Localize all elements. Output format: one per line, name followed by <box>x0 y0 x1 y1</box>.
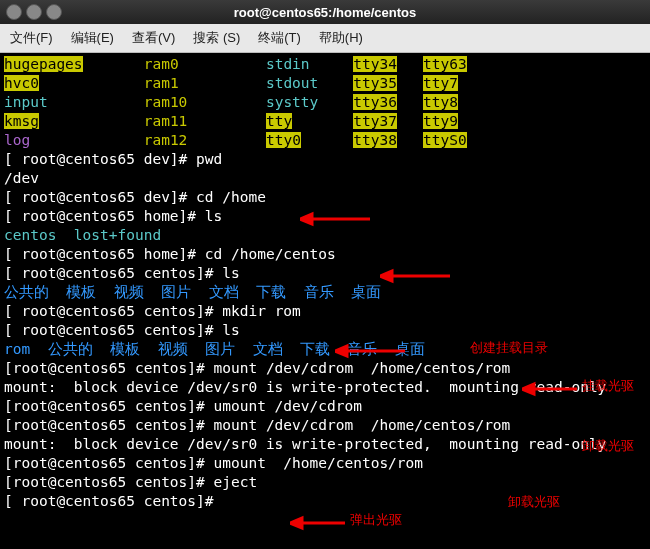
cmd-mount: mount /dev/cdrom /home/centos/rom <box>214 417 511 433</box>
prompt: [ root@centos65 dev]# <box>4 151 196 167</box>
prompt: [root@centos65 centos]# <box>4 474 214 490</box>
prompt: [ root@centos65 centos]# <box>4 322 222 338</box>
dev-entry: hvc0 <box>4 75 39 91</box>
dev-entry: ram1 <box>144 75 179 91</box>
output-line: /dev <box>4 170 39 186</box>
dev-entry: tty63 <box>423 56 467 72</box>
output-line: centos lost+found <box>4 227 161 243</box>
prompt: [ root@centos65 centos]# <box>4 493 222 509</box>
cmd-pwd: pwd <box>196 151 222 167</box>
prompt: [root@centos65 centos]# <box>4 417 214 433</box>
dev-entry: tty9 <box>423 113 458 129</box>
dev-entry: tty0 <box>266 132 301 148</box>
dev-entry: systty <box>266 94 318 110</box>
cmd-ls: ls <box>205 208 222 224</box>
cmd-ls: ls <box>222 265 239 281</box>
menu-search[interactable]: 搜索 (S) <box>193 29 240 47</box>
menu-bar: 文件(F) 编辑(E) 查看(V) 搜索 (S) 终端(T) 帮助(H) <box>0 24 650 53</box>
svg-marker-3 <box>380 271 392 281</box>
dev-entry: stdin <box>266 56 310 72</box>
dev-entry: ram10 <box>144 94 188 110</box>
menu-help[interactable]: 帮助(H) <box>319 29 363 47</box>
cmd-mkdir-rom: mkdir rom <box>222 303 301 319</box>
cmd-cd-centos: cd /home/centos <box>205 246 336 262</box>
svg-marker-9 <box>290 518 302 528</box>
cmd-ls: ls <box>222 322 239 338</box>
dev-entry: ram11 <box>144 113 188 129</box>
dev-entry: tty <box>266 113 292 129</box>
annotation-eject: 弹出光驱 <box>350 511 402 529</box>
dev-entry: ttyS0 <box>423 132 467 148</box>
terminal-output[interactable]: hugepages ram0 stdin tty34 tty63 hvc0 ra… <box>0 53 650 549</box>
dev-entry: ram12 <box>144 132 188 148</box>
prompt: [root@centos65 centos]# <box>4 455 214 471</box>
dev-entry: tty36 <box>353 94 397 110</box>
annotation-umount: 卸载光驱 <box>508 493 560 511</box>
annotation-umount: 卸载光驱 <box>582 437 634 455</box>
dev-entry: tty38 <box>353 132 397 148</box>
arrow-icon <box>290 515 345 531</box>
dev-entry: tty35 <box>353 75 397 91</box>
window-titlebar: root@centos65:/home/centos <box>0 0 650 24</box>
output-line: mount: block device /dev/sr0 is write-pr… <box>4 436 606 452</box>
cmd-eject: eject <box>214 474 258 490</box>
annotation-mkdir: 创建挂载目录 <box>470 339 548 357</box>
dev-entry: ram0 <box>144 56 179 72</box>
ls-rom: rom <box>4 341 30 357</box>
cmd-mount: mount /dev/cdrom /home/centos/rom <box>214 360 511 376</box>
prompt: [ root@centos65 dev]# <box>4 189 196 205</box>
dev-entry: tty37 <box>353 113 397 129</box>
dev-entry: stdout <box>266 75 318 91</box>
menu-view[interactable]: 查看(V) <box>132 29 175 47</box>
cmd-cd-home: cd /home <box>196 189 266 205</box>
window-title: root@centos65:/home/centos <box>0 5 650 20</box>
output-line: mount: block device /dev/sr0 is write-pr… <box>4 379 606 395</box>
prompt: [root@centos65 centos]# <box>4 360 214 376</box>
arrow-icon <box>300 211 370 227</box>
dev-entry: tty8 <box>423 94 458 110</box>
arrow-icon <box>380 268 450 284</box>
menu-edit[interactable]: 编辑(E) <box>71 29 114 47</box>
prompt: [ root@centos65 centos]# <box>4 265 222 281</box>
dev-entry: hugepages <box>4 56 83 72</box>
dev-entry: input <box>4 94 48 110</box>
cmd-umount: umount /home/centos/rom <box>214 455 424 471</box>
menu-file[interactable]: 文件(F) <box>10 29 53 47</box>
prompt: [ root@centos65 centos]# <box>4 303 222 319</box>
cmd-umount: umount /dev/cdrom <box>214 398 362 414</box>
dev-entry: tty34 <box>353 56 397 72</box>
svg-marker-1 <box>300 214 312 224</box>
ls-output: 公共的 模板 视频 图片 文档 下载 音乐 桌面 <box>48 341 425 357</box>
prompt: [ root@centos65 home]# <box>4 208 205 224</box>
annotation-mount: 挂载光驱 <box>582 377 634 395</box>
ls-output: 公共的 模板 视频 图片 文档 下载 音乐 桌面 <box>4 284 381 300</box>
menu-terminal[interactable]: 终端(T) <box>258 29 301 47</box>
dev-entry: log <box>4 132 30 148</box>
dev-entry: tty7 <box>423 75 458 91</box>
prompt: [root@centos65 centos]# <box>4 398 214 414</box>
dev-entry: kmsg <box>4 113 39 129</box>
prompt: [ root@centos65 home]# <box>4 246 205 262</box>
